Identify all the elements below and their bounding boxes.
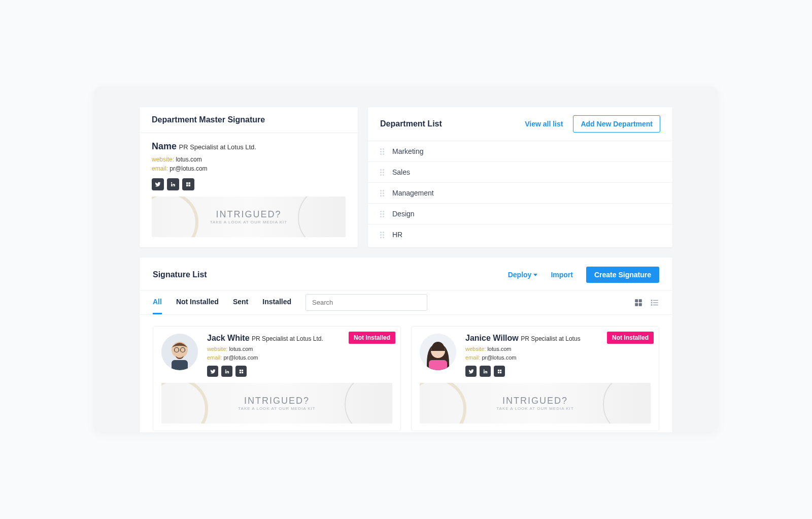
drag-handle-icon[interactable] [380, 148, 385, 155]
website-value: lotus.com [176, 156, 201, 163]
master-header: Department Master Signature [140, 107, 358, 133]
department-row[interactable]: Marketing [368, 141, 672, 161]
drag-handle-icon[interactable] [380, 190, 385, 197]
svg-rect-23 [241, 371, 243, 373]
status-badge: Not Installed [349, 332, 395, 344]
master-social-row [152, 178, 346, 190]
deploy-button[interactable]: Deploy [508, 271, 538, 279]
department-name: Marketing [392, 147, 423, 155]
svg-rect-11 [653, 302, 658, 303]
department-row[interactable]: Design [368, 203, 672, 224]
grid-view-icon[interactable] [634, 298, 643, 307]
twitter-icon[interactable] [465, 366, 477, 377]
banner-title: INTRIGUED? [216, 209, 281, 220]
import-button[interactable]: Import [551, 271, 573, 279]
siglist-tabs: AllNot InstalledSentInstalled [153, 290, 291, 314]
svg-rect-21 [241, 369, 243, 371]
siglist-actions: Deploy Import Create Signature [508, 267, 659, 283]
banner-title: INTRIGUED? [502, 396, 568, 406]
master-meta: website: lotus.com email: pr@lotus.com [152, 155, 346, 173]
twitter-icon[interactable] [207, 366, 218, 377]
svg-rect-5 [639, 299, 642, 302]
department-row[interactable]: Sales [368, 161, 672, 182]
drag-handle-icon[interactable] [380, 169, 385, 176]
website-label: website: [207, 346, 227, 352]
signature-role: PR Specialist at Lotus [521, 335, 580, 342]
tab-all[interactable]: All [153, 290, 162, 314]
tab-installed[interactable]: Installed [262, 290, 291, 314]
siglist-header: Signature List Deploy Import Create Sign… [140, 257, 672, 290]
top-row: Department Master Signature Name PR Spec… [140, 107, 672, 247]
svg-rect-13 [653, 304, 658, 305]
svg-rect-1 [189, 182, 191, 184]
website-label: website: [465, 346, 486, 352]
tab-sent[interactable]: Sent [233, 290, 248, 314]
social-icon[interactable] [235, 366, 247, 377]
banner-subtitle: TAKE A LOOK AT OUR MEDIA KIT [210, 220, 287, 224]
email-label: email: [207, 354, 222, 361]
svg-rect-26 [429, 360, 447, 370]
svg-rect-7 [639, 303, 642, 306]
department-row[interactable]: Management [368, 182, 672, 203]
email-label: email: [465, 354, 480, 361]
master-body: Name PR Specialist at Lotus Ltd. website… [140, 133, 358, 247]
signature-card[interactable]: Not Installed Jack White PR Specialist a… [153, 326, 401, 431]
signature-meta: website: lotus.com email: pr@lotus.com [207, 345, 323, 362]
website-value: lotus.com [487, 346, 511, 352]
master-name: Name [152, 141, 177, 151]
signature-banner: INTRIGUED? TAKE A LOOK AT OUR MEDIA KIT [420, 383, 651, 424]
view-toggles [634, 298, 659, 307]
signature-banner: INTRIGUED? TAKE A LOOK AT OUR MEDIA KIT [161, 383, 392, 424]
website-label: website: [152, 156, 174, 163]
create-signature-button[interactable]: Create Signature [586, 267, 659, 283]
drag-handle-icon[interactable] [380, 232, 385, 238]
signature-name: Janice Willow [465, 334, 519, 342]
banner-subtitle: TAKE A LOOK AT OUR MEDIA KIT [238, 406, 315, 411]
svg-rect-22 [239, 371, 241, 373]
banner-title: INTRIGUED? [244, 396, 310, 406]
signature-role: PR Specialist at Lotus Ltd. [252, 335, 323, 342]
department-list-card: Department List View all list Add New De… [368, 107, 672, 247]
svg-rect-2 [186, 185, 188, 187]
svg-rect-3 [189, 185, 191, 187]
svg-rect-16 [172, 360, 188, 370]
email-value: pr@lotus.com [482, 354, 516, 361]
avatar [161, 334, 198, 370]
svg-point-10 [651, 302, 653, 303]
svg-rect-31 [499, 371, 501, 373]
email-value: pr@lotus.com [223, 354, 258, 361]
svg-rect-4 [635, 299, 638, 302]
master-signature-card: Department Master Signature Name PR Spec… [140, 107, 358, 247]
signature-meta: website: lotus.com email: pr@lotus.com [465, 345, 581, 362]
deploy-label: Deploy [508, 271, 532, 279]
email-label: email: [152, 165, 168, 172]
svg-rect-30 [497, 371, 499, 373]
view-all-list-link[interactable]: View all list [525, 120, 563, 128]
svg-rect-9 [653, 300, 658, 301]
signature-card[interactable]: Not Installed Janice Willow PR Specialis… [411, 326, 659, 431]
search-input[interactable] [306, 294, 427, 311]
list-view-icon[interactable] [650, 298, 659, 307]
signature-list-card: Signature List Deploy Import Create Sign… [140, 257, 672, 432]
linkedin-icon[interactable] [167, 178, 179, 190]
drag-handle-icon[interactable] [380, 211, 385, 217]
siglist-title: Signature List [153, 270, 207, 279]
master-title: Department Master Signature [152, 115, 265, 124]
siglist-toolbar: AllNot InstalledSentInstalled [140, 290, 672, 315]
master-role: PR Specialist at Lotus Ltd. [179, 143, 256, 151]
dept-title: Department List [380, 119, 442, 128]
social-icon[interactable] [494, 366, 505, 377]
twitter-icon[interactable] [152, 178, 164, 190]
signature-social-row [207, 366, 323, 377]
linkedin-icon[interactable] [480, 366, 491, 377]
department-name: HR [392, 231, 402, 239]
tab-not-installed[interactable]: Not Installed [176, 290, 219, 314]
department-name: Sales [392, 168, 410, 176]
website-value: lotus.com [229, 346, 253, 352]
department-row[interactable]: HR [368, 224, 672, 245]
add-new-department-button[interactable]: Add New Department [573, 115, 660, 133]
svg-rect-0 [186, 182, 188, 184]
social-icon[interactable] [182, 178, 194, 190]
linkedin-icon[interactable] [221, 366, 232, 377]
svg-point-8 [651, 300, 653, 301]
